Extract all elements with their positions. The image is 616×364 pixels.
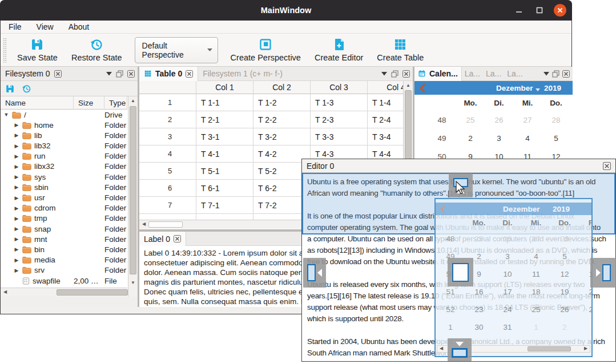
table-cell[interactable]: T 1-3 xyxy=(311,94,368,111)
calendar-day[interactable]: 5 xyxy=(542,134,570,143)
expander-closed-icon[interactable]: ▶ xyxy=(13,236,20,242)
expander-closed-icon[interactable]: ▶ xyxy=(13,195,20,201)
calendar-panel-titlebar[interactable]: Calen... La... La... La... xyxy=(414,67,573,81)
expander-closed-icon[interactable]: ▶ xyxy=(13,268,20,273)
fs-save-icon[interactable] xyxy=(5,84,15,94)
save-state-button[interactable]: Save State xyxy=(10,35,65,66)
fs-restore-icon[interactable] xyxy=(22,84,31,94)
expander-closed-icon[interactable]: ▶ xyxy=(13,246,20,252)
table-row-header[interactable]: 3 xyxy=(139,128,196,145)
expander-closed-icon[interactable]: ▶ xyxy=(13,153,20,159)
expander-closed-icon[interactable]: ▶ xyxy=(13,205,20,211)
toolbar-grip[interactable] xyxy=(3,38,7,63)
table-cell[interactable]: T 1-1 xyxy=(196,94,253,111)
dock-indicator-left[interactable] xyxy=(303,258,326,288)
menu-about[interactable]: About xyxy=(69,22,90,31)
tab-close-icon[interactable] xyxy=(54,70,62,78)
tab-filesystem-1[interactable]: Filesystem 1 (c+ m- f-) xyxy=(198,67,287,81)
scroll-down-icon[interactable]: ▼ xyxy=(129,279,137,287)
tab-table-0[interactable]: Table 0 xyxy=(139,67,198,81)
calendar-year[interactable]: 2019 xyxy=(544,84,561,92)
tree-row[interactable]: ▶mediaFolder xyxy=(1,255,127,265)
calendar-day[interactable]: 3 xyxy=(485,134,513,143)
table-row-header[interactable]: 7 xyxy=(139,197,196,214)
tree-row[interactable]: ▶sysFolder xyxy=(1,172,127,182)
table-column-header[interactable]: Col 3 xyxy=(311,81,368,94)
expander-closed-icon[interactable]: ▶ xyxy=(13,184,20,190)
tree-row[interactable]: ▶tmpFolder xyxy=(1,213,127,224)
table-cell[interactable]: T 1-2 xyxy=(253,94,311,111)
expander-closed-icon[interactable]: ▶ xyxy=(13,226,20,232)
tree-row[interactable]: ▼/Drive xyxy=(1,110,127,120)
tree-row[interactable]: ▶libx32Folder xyxy=(1,161,127,172)
expander-closed-icon[interactable]: ▶ xyxy=(13,143,20,149)
table-cell[interactable]: T 5-1 xyxy=(196,163,253,180)
calendar-day[interactable]: 2 xyxy=(456,134,485,143)
table-cell[interactable]: T 3-4 xyxy=(368,128,403,145)
tree-vertical-scrollbar[interactable]: ▲ ▼ xyxy=(128,96,138,297)
tree-horizontal-scrollbar[interactable]: ◀ ▶ xyxy=(1,288,127,297)
expander-closed-icon[interactable]: ▶ xyxy=(13,174,20,180)
editor-close-icon[interactable] xyxy=(603,162,611,170)
calendar-day[interactable]: 25 xyxy=(456,116,485,124)
table-row-header[interactable]: 2 xyxy=(139,111,196,128)
create-perspective-button[interactable]: Create Perspective xyxy=(224,35,308,66)
calendar-day[interactable]: 29 xyxy=(570,116,573,124)
calendar-day[interactable]: 26 xyxy=(485,116,513,124)
maximize-button[interactable] xyxy=(533,4,546,17)
scroll-left-icon[interactable]: ◀ xyxy=(1,288,9,296)
table-cell[interactable]: T 2-4 xyxy=(368,111,403,128)
tree-row[interactable]: ▶homeFolder xyxy=(1,120,127,130)
tree-row[interactable]: ▶libFolder xyxy=(1,130,127,140)
tree-row[interactable]: ▶usrFolder xyxy=(1,193,127,203)
menu-view[interactable]: View xyxy=(37,22,54,31)
editor-titlebar[interactable]: Editor 0 xyxy=(302,159,615,173)
table-column-header[interactable]: Col 2 xyxy=(253,81,311,94)
tab-label-0[interactable]: Label 0 xyxy=(139,232,186,246)
tree-row[interactable]: swapfile2,00 …File xyxy=(1,276,127,286)
table-cell[interactable]: T 2-3 xyxy=(311,111,368,128)
tree-row[interactable]: ▶mntFolder xyxy=(1,234,127,244)
table-cell[interactable]: T 6-1 xyxy=(196,180,253,197)
calendar-day[interactable]: 28 xyxy=(542,116,570,124)
table-column-header[interactable]: Col 1 xyxy=(196,81,253,94)
window-titlebar[interactable]: MainWindow xyxy=(0,0,572,21)
perspective-select[interactable]: Default Perspective xyxy=(135,37,218,63)
tab-label-1[interactable]: La... xyxy=(462,67,483,81)
float-icon[interactable] xyxy=(116,70,123,78)
table-row-header[interactable]: 4 xyxy=(139,145,196,163)
table-cell[interactable]: T 4-1 xyxy=(196,145,253,163)
table-cell[interactable]: T 2-1 xyxy=(196,111,253,128)
table-cell[interactable]: T 7-1 xyxy=(196,197,253,214)
float-icon[interactable] xyxy=(391,70,398,78)
table-cell[interactable]: T 2-2 xyxy=(253,111,311,128)
filesystem-panel-titlebar[interactable]: Filesystem 0 xyxy=(1,67,138,81)
create-table-button[interactable]: Create Table xyxy=(370,35,430,66)
tree-row[interactable]: ▶lib32Folder xyxy=(1,141,127,151)
prev-month-icon[interactable] xyxy=(419,84,425,92)
tab-close-icon[interactable] xyxy=(186,70,193,78)
dock-menu-icon[interactable] xyxy=(543,72,549,76)
restore-state-button[interactable]: Restore State xyxy=(65,35,129,66)
tree-row[interactable]: ▶binFolder xyxy=(1,244,127,254)
table-cell[interactable]: T 3-3 xyxy=(311,128,368,145)
expander-closed-icon[interactable]: ▶ xyxy=(13,257,20,263)
tree-row[interactable]: ▶runFolder xyxy=(1,151,127,161)
expander-closed-icon[interactable]: ▶ xyxy=(13,122,20,128)
scroll-left-icon[interactable]: ◀ xyxy=(140,220,148,228)
tree-row[interactable]: ▶snapFolder xyxy=(1,224,127,234)
calendar-day[interactable]: 6 xyxy=(570,134,573,143)
table-cell[interactable]: T 3-1 xyxy=(196,128,253,145)
dock-close-icon[interactable] xyxy=(402,70,410,78)
tab-label-3[interactable]: La... xyxy=(504,67,525,81)
column-header-size[interactable]: Size xyxy=(74,96,104,110)
dock-indicator-bottom[interactable] xyxy=(448,338,472,361)
create-editor-button[interactable]: Create Editor xyxy=(308,35,370,66)
close-button[interactable] xyxy=(554,4,566,17)
calendar-day[interactable]: 27 xyxy=(513,116,542,124)
expander-open-icon[interactable]: ▼ xyxy=(3,112,10,118)
tab-close-icon[interactable] xyxy=(174,235,181,242)
table-row-header[interactable]: 6 xyxy=(139,180,196,197)
tree-row[interactable]: ▶sbinFolder xyxy=(1,182,127,192)
expander-closed-icon[interactable]: ▶ xyxy=(13,164,20,169)
